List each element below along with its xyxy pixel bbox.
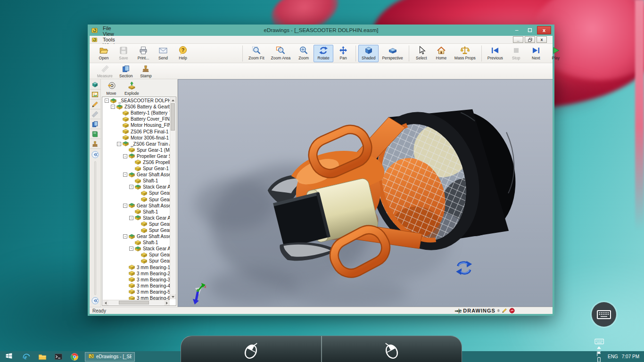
tree-item[interactable]: Spur Gear-1 (Metric [103,147,170,153]
tree-item[interactable]: Spur Gear- [103,227,170,233]
tree-expand-toggle[interactable] [123,272,127,276]
tree-item[interactable]: - _SEASCOOTER DOLPHIN (De [103,98,170,104]
tree-item[interactable]: 3 mm Bearing-6 [103,295,170,300]
tab-section[interactable] [90,119,100,129]
tree-item[interactable]: - Gear Shaft Assemb [103,233,170,239]
tree-expand-toggle[interactable] [117,130,121,134]
tab-measure[interactable] [90,109,100,119]
stamp-button[interactable]: Stamp [136,64,156,78]
taskbar-internet-explorer[interactable]: e [22,352,31,362]
markup-pencil-icon[interactable] [502,308,507,313]
tree-item[interactable]: Shaft-1 [103,178,170,184]
tree-vertical-scrollbar[interactable] [170,98,175,299]
tree-expand-toggle[interactable]: - [123,234,127,239]
scrollbar-thumb[interactable] [119,301,149,304]
tab-stamp[interactable] [90,139,100,149]
mdi-restore-button[interactable] [525,36,535,43]
tree-expand-toggle[interactable] [135,222,140,226]
tree-item[interactable]: - Stack Gear As [103,215,170,221]
taskbar-file-explorer[interactable] [38,352,47,362]
tree-expand-toggle[interactable]: - [117,142,121,146]
rotate-button[interactable]: Rotate [314,45,333,62]
tree-item[interactable]: - Propeller Gear Shaf [103,153,170,159]
tree-expand-toggle[interactable] [123,296,127,300]
tab-markup-pencil[interactable] [90,99,100,109]
titlebar[interactable]: eDrawings - [_SEASCOOTER DOLPHIN.easm] –… [88,25,554,36]
panel-splitter[interactable] [94,161,96,295]
taskbar-console[interactable] [54,352,63,362]
home-button[interactable]: Home [431,45,451,62]
tab-markup[interactable] [90,90,100,99]
tree-item[interactable]: Shaft-1 [103,239,170,246]
brand-badge-icon[interactable] [509,308,515,313]
pan-button[interactable]: Pan [333,45,353,62]
tree-item[interactable]: Battery Cover_FINAL-1 [103,116,170,122]
tree-item[interactable]: Motor 3006-final-1 [103,135,170,141]
tree-item[interactable]: - ZS06 Battery & Gearbox Fit [103,104,170,110]
tree-expand-toggle[interactable]: - [111,105,115,109]
tree-item[interactable]: 3 mm Bearing-1 [103,264,170,271]
send-button[interactable]: Send [153,45,173,62]
clock[interactable]: 7:07 PM [622,354,639,359]
tree-item[interactable]: Shaft-1 [103,209,170,215]
tree-expand-toggle[interactable] [117,111,121,115]
tree-item[interactable]: - Stack Gear As [103,246,170,252]
previous-button[interactable]: Previous [484,45,506,62]
tree-item[interactable]: - Stack Gear As [103,184,170,190]
start-button[interactable] [0,351,18,362]
tree-item[interactable]: 3 mm Bearing-3 [103,277,170,283]
tree-expand-toggle[interactable] [123,148,127,152]
language-indicator[interactable]: ENG [608,354,618,359]
model-3d-canvas[interactable]: x [178,80,553,306]
scroll-up-button[interactable] [170,98,176,103]
tree-expand-toggle[interactable] [117,136,121,140]
tree-expand-toggle[interactable] [123,290,127,294]
shaded-button[interactable]: Shaded [358,45,379,62]
next-button[interactable]: Next [526,45,546,62]
tab-mass-props[interactable] [90,129,100,139]
tree-expand-toggle[interactable] [129,240,133,245]
tree-item[interactable]: Spur Gear-1 (M [103,165,170,172]
collapse-panel-button[interactable] [91,151,99,158]
tree-horizontal-scrollbar[interactable] [103,300,170,305]
tree-item[interactable]: - _ZS06 Gear Train Asse [103,141,170,147]
taskbar-active-app[interactable]: eDrawings - [_SEASC... [85,352,135,362]
mdi-minimize-button[interactable]: _ [513,36,523,43]
collapse-panel-button[interactable] [91,297,99,304]
tree-expand-toggle[interactable] [123,284,127,288]
tree-item[interactable]: - Gear Shaft Assemb [103,203,170,209]
tree-expand-toggle[interactable] [135,253,140,257]
tree-expand-toggle[interactable] [117,117,121,121]
mass-props-button[interactable]: Mass Props [451,45,479,62]
scroll-left-button[interactable] [103,300,108,305]
tree-expand-toggle[interactable]: - [105,99,109,103]
tree-item[interactable]: Motor Housing_FINAL- [103,122,170,128]
onscreen-keyboard-button[interactable] [592,302,616,327]
tree-expand-toggle[interactable] [123,278,127,282]
tree-expand-toggle[interactable] [129,210,133,214]
measure-button[interactable]: Measure [94,64,116,78]
tree-expand-toggle[interactable] [129,179,133,183]
right-click-indicator[interactable] [322,336,462,362]
print-button[interactable]: Print... [133,45,153,62]
tree-expand-toggle[interactable]: - [129,216,133,220]
minimize-button[interactable]: – [511,26,523,34]
explode-button[interactable]: Explode [121,80,142,96]
tree-item[interactable]: Spur Gear- [103,190,170,196]
tree-expand-toggle[interactable]: - [123,204,127,208]
move-button[interactable]: Move [102,80,120,96]
tree-expand-toggle[interactable] [117,123,121,127]
tree-expand-toggle[interactable] [129,166,133,171]
menu-item[interactable]: Tools [99,37,124,42]
tree-item[interactable]: 3 mm Bearing-5 [103,289,170,295]
zoom-fit-button[interactable]: Zoom Fit [245,45,268,62]
zoom-area-button[interactable]: Zoom Area [268,45,294,62]
tree-expand-toggle[interactable]: - [123,154,127,158]
scroll-down-button[interactable] [170,294,176,299]
scroll-right-button[interactable] [164,300,170,305]
help-button[interactable]: ? Help [173,45,193,62]
tree-item[interactable]: Spur Gear- [103,197,170,203]
model-viewport[interactable]: x [178,79,553,307]
tree-expand-toggle[interactable] [123,265,127,270]
tree-item[interactable]: 3 mm Bearing-4 [103,283,170,289]
